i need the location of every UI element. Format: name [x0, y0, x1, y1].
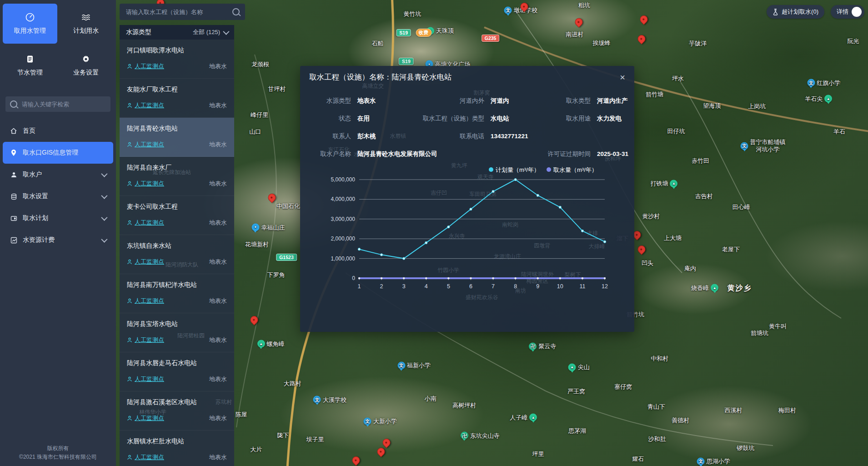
map-label: 羊石尖▲	[805, 95, 832, 103]
chevron-down-icon	[101, 236, 107, 243]
list-item[interactable]: 河口镇唱歌潭水电站人工监测点地表水	[120, 40, 234, 79]
map-label: 上岗坑	[748, 103, 766, 110]
facility-search[interactable]	[120, 4, 245, 20]
list-item[interactable]: 水唇镇水栏肚水电站人工监测点地表水	[120, 431, 234, 466]
svg-text:8: 8	[514, 283, 517, 290]
svg-text:3: 3	[402, 283, 406, 290]
map-label: 山口	[249, 128, 261, 135]
map-label-faint: 陆河消防大队	[166, 261, 198, 268]
sidebar-search[interactable]	[5, 96, 110, 112]
map-label: 箭塘坑	[751, 330, 768, 337]
sidebar-item-card[interactable]: 取水计划	[3, 207, 113, 229]
map-label: 沙和肚	[648, 435, 666, 442]
sidebar-search-input[interactable]	[21, 100, 106, 108]
copyright: 版权所有 ©2021 珠海市仁智科技有限公司	[0, 444, 116, 461]
monitor-type-link[interactable]: 人工监测点	[127, 297, 164, 305]
blue-poi-icon: •	[251, 224, 259, 231]
sidebar-item-home[interactable]: 首页	[3, 120, 113, 142]
list-item[interactable]: 陆河县自来水厂人工监测点地表水	[120, 157, 234, 196]
document-icon	[25, 54, 35, 64]
facility-name: 陆河县激石溪老区水电站	[127, 398, 227, 406]
list-item[interactable]: 友能水厂取水工程人工监测点地表水	[120, 79, 234, 118]
map-label: ▲尖山	[568, 363, 590, 371]
mount-poi-icon: ▲	[670, 180, 677, 187]
search-icon[interactable]	[232, 8, 240, 15]
monitor-type-link[interactable]: 人工监测点	[127, 336, 164, 344]
module-gear[interactable]: 业务设置	[59, 45, 114, 85]
person-icon	[127, 142, 132, 147]
sidebar-item-user[interactable]: 取水户	[3, 164, 113, 185]
monitor-type-link[interactable]: 人工监测点	[127, 101, 164, 110]
module-gauge[interactable]: 取用水管理	[3, 4, 57, 44]
sidebar-item-map-pin[interactable]: 取水口GIS信息管理	[3, 142, 113, 164]
school-poi-icon: 文	[364, 417, 371, 425]
over-plan-button[interactable]: 超计划取水(0)	[767, 5, 824, 19]
map-label: 中国石化	[276, 203, 300, 210]
field-label: 河道内外	[416, 97, 484, 105]
list-item[interactable]: 陆河县激石溪老区水电站人工监测点地表水	[120, 391, 234, 431]
monitor-type-link[interactable]: 人工监测点	[127, 258, 164, 266]
map-label: 思茅湖	[568, 427, 586, 435]
facility-name: 河口镇唱歌潭水电站	[127, 46, 227, 55]
monitor-type-link[interactable]: 人工监测点	[127, 453, 164, 461]
field-value: 河道内	[491, 97, 509, 105]
list-item[interactable]: 麦卡公司取水工程人工监测点地表水	[120, 196, 234, 235]
person-icon	[127, 220, 132, 225]
filter-all-dropdown[interactable]: 全部 (125)	[193, 28, 228, 36]
svg-text:12: 12	[602, 283, 608, 290]
map-label: 田心嶂	[733, 204, 750, 211]
map-label: •幸福山庄	[251, 224, 285, 231]
monitor-type-link[interactable]: 人工监测点	[127, 219, 164, 227]
map-label: 善德村	[672, 416, 689, 424]
sidebar-item-chart[interactable]: 水资源计费	[3, 229, 113, 251]
monitor-type-link[interactable]: 人工监测点	[127, 375, 164, 383]
module-document[interactable]: 节水管理	[3, 45, 57, 85]
school-poi-icon: 文	[741, 142, 748, 150]
facility-search-input[interactable]	[125, 8, 229, 16]
facility-list: 延长壳牌加油站陆河消防大队陆河碧桂园林伟华小学苏坑村河口镇唱歌潭水电站人工监测点…	[120, 40, 234, 466]
svg-text:取水量（m³/年）: 取水量（m³/年）	[553, 166, 597, 173]
facility-meta: 人工监测点地表水	[127, 180, 227, 188]
close-icon[interactable]: ×	[620, 73, 625, 82]
monitor-type-link[interactable]: 人工监测点	[127, 180, 164, 188]
field-value: 13432771221	[491, 133, 528, 140]
map-label: 梅田村	[778, 407, 796, 414]
sidebar-item-database[interactable]: 取水设置	[3, 185, 113, 207]
field-label: 联系电话	[416, 132, 484, 140]
facility-meta: 人工监测点地表水	[127, 219, 227, 227]
map-label: 寨仔窝	[614, 383, 632, 391]
map-label: 挨垅蜂	[592, 40, 610, 47]
sidebar-menu: 首页取水口GIS信息管理取水户取水设置取水计划水资源计费	[0, 120, 116, 251]
road-badge: G235	[482, 35, 500, 42]
map-label: 峰仔里	[251, 111, 268, 119]
module-waves[interactable]: 计划用水	[59, 4, 114, 44]
map-label: 高树坪村	[452, 402, 476, 409]
list-item[interactable]: 陆河县南万镇杞洋水电站人工监测点地表水	[120, 274, 234, 313]
monitor-type-link[interactable]: 人工监测点	[127, 62, 164, 70]
map-label: 小南	[425, 395, 437, 402]
monitor-type-link[interactable]: 人工监测点	[127, 140, 164, 149]
facility-meta: 人工监测点地表水	[127, 297, 227, 305]
list-item[interactable]: 陆河县青砼水电站人工监测点地表水	[120, 118, 234, 157]
home-icon	[10, 127, 17, 135]
chart-icon	[10, 236, 17, 244]
waves-icon	[81, 12, 91, 22]
card-icon	[10, 215, 17, 222]
search-icon	[10, 100, 17, 108]
gauge-icon	[25, 12, 35, 22]
map-label: 文大新小学	[364, 417, 397, 425]
map-label-faint: 苏坑村	[216, 398, 232, 406]
map-label: 羊石	[833, 128, 845, 135]
map-label: 陈屋	[236, 411, 247, 418]
gauge-label: 取用水管理	[14, 27, 46, 35]
facility-meta: 人工监测点地表水	[127, 101, 227, 110]
facility-meta: 人工监测点地表水	[127, 140, 227, 149]
svg-text:5: 5	[447, 283, 450, 290]
list-item[interactable]: 陆河县水唇走马石水电站人工监测点地表水	[120, 352, 234, 391]
toggle-knob[interactable]	[852, 7, 862, 17]
field-label: 取水户名称	[314, 150, 351, 158]
waves-label: 计划用水	[73, 27, 99, 35]
map-label: 打铁塘▲	[650, 180, 677, 187]
detail-toggle[interactable]: 详情	[831, 5, 864, 19]
svg-text:7: 7	[492, 283, 495, 290]
